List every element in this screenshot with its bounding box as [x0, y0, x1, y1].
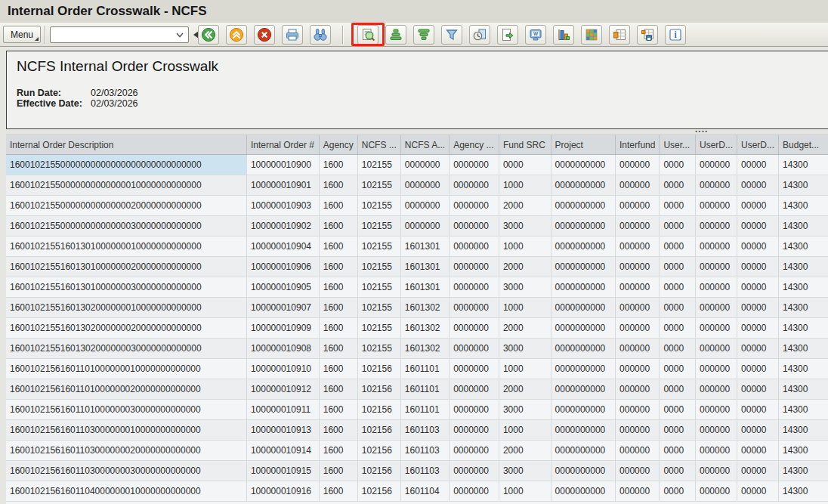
table-cell[interactable]: 16001021551601301000000010000000000000	[6, 237, 246, 257]
table-cell[interactable]: 2000	[499, 441, 551, 461]
cancel-button[interactable]	[254, 25, 275, 45]
table-cell[interactable]: 000000	[696, 461, 737, 481]
table-cell[interactable]: 14300	[779, 400, 828, 420]
table-cell[interactable]: 00000	[737, 400, 779, 420]
chevron-down-icon[interactable]	[174, 29, 186, 40]
print-button[interactable]	[282, 25, 303, 45]
column-header[interactable]: Agency ...	[450, 135, 499, 155]
table-cell[interactable]: 000000	[696, 196, 737, 216]
table-cell[interactable]: 1000	[499, 481, 551, 502]
table-cell[interactable]: 000000	[616, 379, 660, 400]
table-cell[interactable]: 100000010909	[246, 318, 319, 339]
table-cell[interactable]: 00000	[737, 277, 779, 298]
table-cell[interactable]: 1000	[499, 420, 551, 441]
column-header[interactable]: UserD...	[737, 135, 779, 155]
table-cell[interactable]: 000000	[616, 318, 660, 339]
table-cell[interactable]: 0000	[660, 420, 696, 441]
table-cell[interactable]: 2000	[499, 196, 551, 216]
info-button[interactable]: i	[665, 25, 686, 45]
table-cell[interactable]: 000000	[616, 441, 660, 461]
table-cell[interactable]: 0000	[660, 237, 696, 257]
table-cell[interactable]: 14300	[779, 318, 828, 339]
table-cell[interactable]: 14300	[779, 237, 828, 257]
table-cell[interactable]: 100000010907	[246, 298, 319, 318]
table-cell[interactable]: 1601302	[400, 318, 449, 339]
table-cell[interactable]: 14300	[779, 277, 828, 298]
table-cell[interactable]: 14300	[779, 257, 828, 277]
table-cell[interactable]: 1601101	[400, 359, 449, 379]
table-cell[interactable]: 102155	[357, 196, 400, 216]
table-cell[interactable]: 0000000000	[551, 155, 615, 175]
table-cell[interactable]: 0000000	[450, 257, 499, 277]
table-cell[interactable]: 102155	[357, 257, 400, 277]
table-cell[interactable]: 0000	[660, 400, 696, 420]
table-cell[interactable]: 1601101	[400, 379, 449, 400]
table-cell[interactable]: 3000	[499, 216, 551, 237]
table-cell[interactable]: 100000010904	[246, 237, 319, 257]
table-cell[interactable]: 0000	[660, 339, 696, 359]
table-cell[interactable]: 0000	[660, 461, 696, 481]
table-cell[interactable]: 100000010915	[246, 461, 319, 481]
table-cell[interactable]: 100000010901	[246, 175, 319, 196]
table-cell[interactable]: 3000	[499, 461, 551, 481]
table-cell[interactable]: 00000	[737, 441, 779, 461]
table-cell[interactable]: 0000000	[400, 175, 449, 196]
table-cell[interactable]: 1600	[319, 461, 357, 481]
table-cell[interactable]: 0000	[660, 379, 696, 400]
table-cell[interactable]: 0000000000	[551, 461, 615, 481]
table-cell[interactable]: 0000	[660, 155, 696, 175]
table-cell[interactable]: 0000000	[450, 481, 499, 502]
table-cell[interactable]: 00000	[737, 318, 779, 339]
table-cell[interactable]: 0000000	[450, 216, 499, 237]
table-cell[interactable]: 14300	[779, 196, 828, 216]
table-cell[interactable]: 000000	[696, 318, 737, 339]
table-cell[interactable]: 100000010911	[246, 400, 319, 420]
table-cell[interactable]: 1601101	[400, 400, 449, 420]
table-cell[interactable]: 16001021550000000000000000000000000000	[6, 155, 246, 175]
table-cell[interactable]: 000000	[616, 461, 660, 481]
table-cell[interactable]: 0000	[660, 196, 696, 216]
sort-descending-button[interactable]	[413, 25, 434, 45]
table-cell[interactable]: 0000000000	[551, 257, 615, 277]
table-cell[interactable]: 0000	[660, 216, 696, 237]
table-cell[interactable]: 000000	[616, 216, 660, 237]
table-cell[interactable]: 2000	[499, 257, 551, 277]
table-cell[interactable]: 16001021551601302000000030000000000000	[6, 339, 246, 359]
table-cell[interactable]: 14300	[779, 379, 828, 400]
table-cell[interactable]: 0000000000	[551, 400, 615, 420]
table-cell[interactable]: 00000	[737, 298, 779, 318]
table-cell[interactable]: 000000	[616, 298, 660, 318]
table-cell[interactable]: 1600	[319, 298, 357, 318]
table-cell[interactable]: 00000	[737, 339, 779, 359]
table-cell[interactable]: 00000	[737, 155, 779, 175]
table-cell[interactable]: 1601103	[400, 441, 449, 461]
table-cell[interactable]: 14300	[779, 175, 828, 196]
table-cell[interactable]: 1600	[319, 359, 357, 379]
table-cell[interactable]: 100000010900	[246, 155, 319, 175]
table-cell[interactable]: 000000	[696, 420, 737, 441]
graphic-button[interactable]	[553, 25, 574, 45]
table-cell[interactable]: 16001021561601101000000030000000000000	[6, 400, 246, 420]
table-cell[interactable]: 100000010916	[246, 481, 319, 502]
table-cell[interactable]: 2000	[499, 379, 551, 400]
table-cell[interactable]: 0000000000	[551, 196, 615, 216]
table-cell[interactable]: 0000000	[450, 277, 499, 298]
table-cell[interactable]: 00000	[737, 379, 779, 400]
table-cell[interactable]: 000000	[616, 400, 660, 420]
table-cell[interactable]: 000000	[616, 481, 660, 502]
table-cell[interactable]: 000000	[696, 216, 737, 237]
table-cell[interactable]: 16001021561601103000000020000000000000	[6, 441, 246, 461]
export-button[interactable]	[497, 25, 518, 45]
display-times-button[interactable]	[469, 25, 490, 45]
table-cell[interactable]: 102156	[357, 420, 400, 441]
table-cell[interactable]: 000000	[616, 237, 660, 257]
table-cell[interactable]: 000000	[696, 359, 737, 379]
table-cell[interactable]: 1601103	[400, 461, 449, 481]
table-cell[interactable]: 1600	[319, 441, 357, 461]
table-cell[interactable]: 0000000	[400, 196, 449, 216]
column-header[interactable]: Internal Order Description	[6, 135, 246, 155]
table-cell[interactable]: 100000010914	[246, 441, 319, 461]
table-cell[interactable]: 0000000	[450, 318, 499, 339]
table-cell[interactable]: 0000000000	[551, 237, 615, 257]
table-cell[interactable]: 1600	[319, 339, 357, 359]
